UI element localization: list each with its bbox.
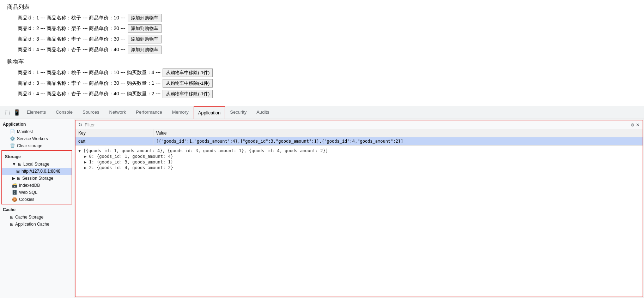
cache-storage-icon: ⊞ <box>10 215 13 220</box>
product-text: 商品id：4 --- 商品名称：杏子 --- 商品单价：40 --- <box>18 47 126 53</box>
web-sql-icon: 🗄️ <box>12 190 17 195</box>
product-text: 商品id：1 --- 商品名称：桃子 --- 商品单价：10 --- <box>18 15 126 21</box>
sidebar-item-cookies[interactable]: 🍪 Cookies <box>2 196 72 203</box>
session-storage-label: Session Storage <box>22 176 53 181</box>
tab-application[interactable]: Application <box>194 106 225 119</box>
sidebar-section-application: Application <box>0 120 74 128</box>
preview-line-1: ▶ 0: {goods_id: 1, goods_amount: 4} <box>78 154 640 159</box>
preview-line-0: ▼ [{goods_id: 1, goods_amount: 4}, {good… <box>78 148 640 154</box>
product-text: 商品id：3 --- 商品名称：李子 --- 商品单价：30 --- <box>18 36 126 42</box>
local-storage-url-label: http://127.0.0.1:8848 <box>22 169 60 174</box>
sidebar-item-indexeddb[interactable]: 🗃️ IndexedDB <box>2 182 72 189</box>
devtools-toolbar: ⬚ 📱 ElementsConsoleSourcesNetworkPerform… <box>0 106 644 119</box>
filter-close-button[interactable]: ✕ <box>636 122 640 127</box>
filter-input[interactable] <box>85 122 628 127</box>
cart-item-text: 商品id：3 --- 商品名称：李子 --- 商品单价：30 --- 购买数量：… <box>18 80 160 87</box>
cookies-label: Cookies <box>19 197 34 202</box>
local-storage-grid-icon: ⊞ <box>18 162 22 167</box>
cart-list: 商品id：1 --- 商品名称：桃子 --- 商品单价：10 --- 购买数量：… <box>7 68 637 98</box>
product-item: 商品id：4 --- 商品名称：杏子 --- 商品单价：40 ---添加到购物车 <box>18 46 637 54</box>
storage-table: Key Value cart[{"goods_id":1,"goods_amou… <box>75 129 643 145</box>
sidebar-section-storage: Storage <box>2 153 72 161</box>
table-row[interactable]: cart[{"goods_id":1,"goods_amount":4},{"g… <box>75 137 643 145</box>
application-cache-label: Application Cache <box>15 222 49 227</box>
preview-line-3: ▶ 2: {goods_id: 4, goods_amount: 2} <box>78 165 640 171</box>
devtools-tabs: ElementsConsoleSourcesNetworkPerformance… <box>22 106 274 119</box>
cart-item: 商品id：1 --- 商品名称：桃子 --- 商品单价：10 --- 购买数量：… <box>18 68 637 77</box>
add-to-cart-button[interactable]: 添加到购物车 <box>128 14 162 22</box>
remove-from-cart-button[interactable]: 从购物车中移除(-1件) <box>163 68 213 77</box>
cart-title: 购物车 <box>7 58 637 66</box>
page-content: 商品列表 商品id：1 --- 商品名称：桃子 --- 商品单价：10 ---添… <box>0 0 644 106</box>
sidebar-item-cache-storage[interactable]: ⊞ Cache Storage <box>0 214 74 221</box>
cart-item-text: 商品id：4 --- 商品名称：杏子 --- 商品单价：40 --- 购买数量：… <box>18 91 160 97</box>
tab-security[interactable]: Security <box>225 106 251 119</box>
device-icon[interactable]: 📱 <box>12 108 22 118</box>
tab-elements[interactable]: Elements <box>22 106 51 119</box>
table-cell-value: [{"goods_id":1,"goods_amount":4},{"goods… <box>153 137 643 145</box>
local-storage-expand-icon: ▼ <box>12 162 16 167</box>
product-item: 商品id：1 --- 商品名称：桃子 --- 商品单价：10 ---添加到购物车 <box>18 14 637 22</box>
cookies-icon: 🍪 <box>12 197 17 202</box>
remove-from-cart-button[interactable]: 从购物车中移除(-1件) <box>163 79 213 88</box>
filter-bar: ↻ ⊗ ✕ <box>75 120 643 129</box>
storage-table-area: Key Value cart[{"goods_id":1,"goods_amou… <box>75 129 643 145</box>
product-item: 商品id：2 --- 商品名称：梨子 --- 商品单价：20 ---添加到购物车 <box>18 24 637 33</box>
local-storage-label: Local Storage <box>23 162 49 167</box>
devtools-panel: ⬚ 📱 ElementsConsoleSourcesNetworkPerform… <box>0 106 644 298</box>
add-to-cart-button[interactable]: 添加到购物车 <box>128 24 162 33</box>
tab-network[interactable]: Network <box>104 106 131 119</box>
sidebar-storage-section: Storage ▼ ⊞ Local Storage ⊞ http://127.0… <box>1 150 72 204</box>
tab-audits[interactable]: Audits <box>251 106 274 119</box>
manifest-label: Manifest <box>17 129 33 134</box>
session-storage-grid-icon: ⊞ <box>17 176 20 181</box>
preview-line-2: ▶ 1: {goods_id: 3, goods_amount: 1} <box>78 159 640 165</box>
col-header-value: Value <box>153 129 643 137</box>
clear-storage-label: Clear storage <box>17 143 42 148</box>
clear-storage-icon: 🗑️ <box>10 143 15 148</box>
refresh-button[interactable]: ↻ <box>78 122 83 127</box>
cache-storage-label: Cache Storage <box>15 215 43 220</box>
sidebar-item-service-workers[interactable]: ⚙️ Service Workers <box>0 135 74 142</box>
web-sql-label: Web SQL <box>19 190 37 195</box>
indexeddb-icon: 🗃️ <box>12 183 17 188</box>
sidebar-item-application-cache[interactable]: ⊞ Application Cache <box>0 221 74 228</box>
sidebar-item-clear-storage[interactable]: 🗑️ Clear storage <box>0 142 74 149</box>
col-header-key: Key <box>75 129 153 137</box>
tab-console[interactable]: Console <box>51 106 78 119</box>
product-list: 商品id：1 --- 商品名称：桃子 --- 商品单价：10 ---添加到购物车… <box>7 14 637 54</box>
cart-item: 商品id：3 --- 商品名称：李子 --- 商品单价：30 --- 购买数量：… <box>18 79 637 88</box>
devtools-main-content: Key Value cart[{"goods_id":1,"goods_amou… <box>75 129 643 297</box>
local-storage-url-grid-icon: ⊞ <box>16 169 20 174</box>
product-item: 商品id：3 --- 商品名称：李子 --- 商品单价：30 ---添加到购物车 <box>18 35 637 43</box>
remove-from-cart-button[interactable]: 从购物车中移除(-1件) <box>163 90 213 98</box>
service-workers-label: Service Workers <box>17 136 48 141</box>
service-workers-icon: ⚙️ <box>10 136 15 141</box>
application-cache-icon: ⊞ <box>10 222 13 227</box>
product-text: 商品id：2 --- 商品名称：梨子 --- 商品单价：20 --- <box>18 25 126 32</box>
add-to-cart-button[interactable]: 添加到购物车 <box>128 35 162 43</box>
indexeddb-label: IndexedDB <box>19 183 40 188</box>
sidebar-item-local-storage-url[interactable]: ⊞ http://127.0.0.1:8848 <box>2 168 72 175</box>
sidebar-item-web-sql[interactable]: 🗄️ Web SQL <box>2 189 72 196</box>
sidebar-item-local-storage[interactable]: ▼ ⊞ Local Storage <box>2 161 72 168</box>
sidebar-item-session-storage[interactable]: ▶ ⊞ Session Storage <box>2 175 72 182</box>
session-storage-expand-icon: ▶ <box>12 176 15 181</box>
storage-preview-panel: ▼ [{goods_id: 1, goods_amount: 4}, {good… <box>75 145 643 297</box>
filter-clear-button[interactable]: ⊗ <box>631 122 634 127</box>
cart-item: 商品id：4 --- 商品名称：杏子 --- 商品单价：40 --- 购买数量：… <box>18 90 637 98</box>
table-cell-key: cart <box>75 137 153 145</box>
inspect-icon[interactable]: ⬚ <box>2 108 12 118</box>
devtools-main-panel: ↻ ⊗ ✕ Key Value <box>75 120 643 297</box>
tab-sources[interactable]: Sources <box>78 106 104 119</box>
product-list-title: 商品列表 <box>7 4 637 11</box>
add-to-cart-button[interactable]: 添加到购物车 <box>128 46 162 54</box>
cart-item-text: 商品id：1 --- 商品名称：桃子 --- 商品单价：10 --- 购买数量：… <box>18 70 160 76</box>
devtools-sidebar: Application 📄 Manifest ⚙️ Service Worker… <box>0 119 74 298</box>
sidebar-section-cache: Cache <box>0 206 74 214</box>
sidebar-item-manifest[interactable]: 📄 Manifest <box>0 128 74 135</box>
tab-memory[interactable]: Memory <box>167 106 194 119</box>
filter-bar-buttons: ⊗ ✕ <box>631 122 640 127</box>
devtools-body: Application 📄 Manifest ⚙️ Service Worker… <box>0 119 644 298</box>
tab-performance[interactable]: Performance <box>131 106 167 119</box>
